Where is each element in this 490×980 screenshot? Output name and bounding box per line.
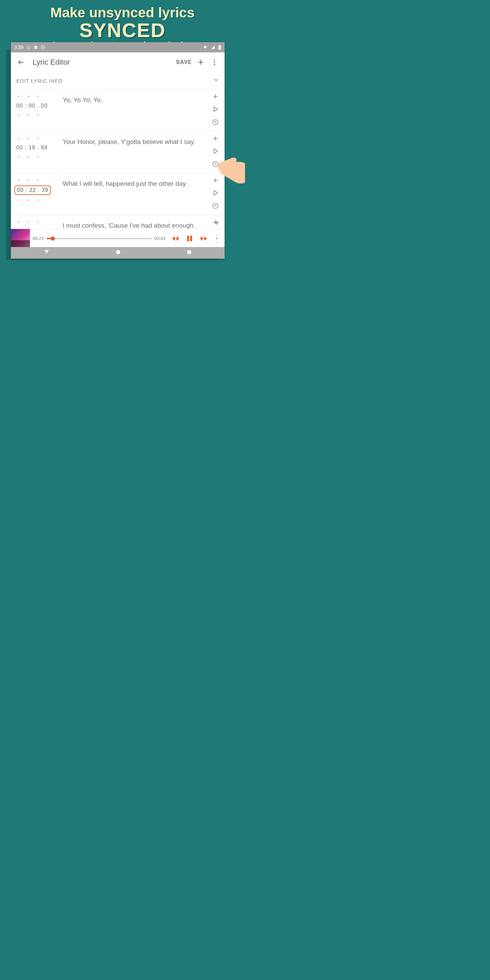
sec-up-button[interactable]	[26, 94, 30, 100]
save-button[interactable]: SAVE	[176, 59, 192, 65]
play-line-button[interactable]	[212, 106, 219, 114]
cs-down-button[interactable]	[35, 197, 40, 203]
add-line-button[interactable]	[212, 135, 218, 143]
min-up-button[interactable]	[16, 177, 21, 183]
lyric-row: 00 : 19 . 84 Your Honor, please, Y'gotta…	[11, 131, 224, 173]
nav-recent-icon[interactable]	[186, 250, 192, 256]
cs-up-button[interactable]	[35, 94, 40, 100]
device-frame: 3:39 Lyric Editor SAVE EDIT LYRIC INFO	[11, 42, 224, 259]
nav-back-icon[interactable]	[43, 249, 50, 256]
power-icon	[26, 45, 31, 50]
time-stepper: 00 : 22 . 39	[14, 177, 62, 211]
svg-rect-2	[219, 45, 220, 45]
svg-rect-15	[188, 250, 191, 254]
capture-time-button[interactable]	[212, 119, 219, 127]
status-time: 3:39	[14, 45, 24, 50]
svg-rect-12	[190, 235, 192, 241]
cs-up-button[interactable]	[35, 219, 40, 225]
svg-rect-1	[218, 45, 221, 50]
svg-point-14	[116, 250, 120, 254]
sec-down-button[interactable]	[26, 197, 30, 203]
lyric-text[interactable]: Your Honor, please, Y'gotta believe what…	[62, 135, 208, 169]
section-label: EDIT LYRIC INFO	[16, 78, 213, 84]
promo-line-2: SYNCED	[0, 19, 245, 41]
system-nav-bar	[11, 247, 224, 259]
cs-down-button[interactable]	[35, 154, 40, 160]
play-line-button[interactable]	[212, 189, 219, 198]
svg-point-13	[216, 238, 217, 239]
add-line-icon[interactable]	[214, 220, 220, 227]
seek-bar[interactable]	[47, 238, 152, 239]
chevron-down-icon	[213, 77, 219, 84]
svg-point-3	[214, 60, 215, 61]
lyric-text[interactable]: What I will tell, happened just the othe…	[62, 177, 208, 211]
add-button[interactable]	[194, 56, 208, 69]
status-bar: 3:39	[11, 42, 224, 52]
signal-icon	[211, 45, 215, 49]
more-menu-button[interactable]	[208, 56, 221, 69]
svg-rect-11	[187, 235, 189, 241]
app-bar: Lyric Editor SAVE	[11, 52, 224, 72]
forward-button[interactable]	[198, 233, 210, 244]
lyric-row: 00 : 00 . 00 Yo, Yo.Yo, Yo.	[11, 89, 224, 131]
capture-time-button[interactable]	[212, 202, 219, 211]
player-bar: 00:23 03:43	[11, 229, 224, 248]
back-button[interactable]	[14, 56, 28, 69]
total-time: 03:43	[154, 236, 165, 241]
wifi-icon	[202, 45, 208, 49]
sec-down-button[interactable]	[26, 154, 30, 160]
no-sync-icon	[40, 45, 45, 50]
rewind-button[interactable]	[169, 233, 181, 244]
min-down-button[interactable]	[16, 197, 21, 203]
add-line-button[interactable]	[212, 94, 218, 101]
pointing-hand-illustration	[216, 153, 245, 191]
min-up-button[interactable]	[16, 219, 21, 225]
page-title: Lyric Editor	[33, 58, 174, 67]
min-down-button[interactable]	[16, 154, 21, 160]
add-line-button[interactable]	[212, 177, 218, 185]
min-down-button[interactable]	[16, 112, 21, 118]
nav-home-icon[interactable]	[115, 249, 121, 256]
sd-card-icon	[34, 45, 38, 50]
timestamp-display[interactable]: 00 : 19 . 84	[14, 143, 50, 152]
lyric-row: 00 : 22 . 39 What I will tell, happened …	[11, 173, 224, 215]
scroll-toggle[interactable]	[212, 234, 221, 243]
time-stepper: 00 : 00 . 00	[14, 93, 62, 127]
current-time: 00:23	[33, 236, 44, 241]
min-up-button[interactable]	[16, 94, 21, 100]
svg-point-4	[214, 62, 215, 63]
timestamp-display[interactable]: 00 : 00 . 00	[14, 102, 50, 110]
sec-up-button[interactable]	[26, 219, 30, 225]
cs-up-button[interactable]	[35, 177, 40, 183]
edit-lyric-info-row[interactable]: EDIT LYRIC INFO	[11, 72, 224, 89]
sec-up-button[interactable]	[26, 177, 30, 183]
play-line-button[interactable]	[212, 148, 219, 156]
promo-line-1: Make unsynced lyrics	[0, 5, 245, 21]
timestamp-display[interactable]: 00 : 22 . 39	[14, 185, 51, 195]
svg-point-5	[214, 64, 215, 65]
lyric-text[interactable]: Yo, Yo.Yo, Yo.	[62, 93, 208, 127]
album-art[interactable]	[11, 229, 30, 248]
sec-down-button[interactable]	[26, 112, 30, 118]
cs-down-button[interactable]	[35, 112, 40, 118]
battery-icon	[218, 45, 221, 50]
sec-up-button[interactable]	[26, 135, 30, 142]
cs-up-button[interactable]	[35, 135, 40, 142]
time-stepper: 00 : 19 . 84	[14, 135, 62, 169]
pause-button[interactable]	[184, 233, 195, 244]
min-up-button[interactable]	[16, 135, 21, 142]
